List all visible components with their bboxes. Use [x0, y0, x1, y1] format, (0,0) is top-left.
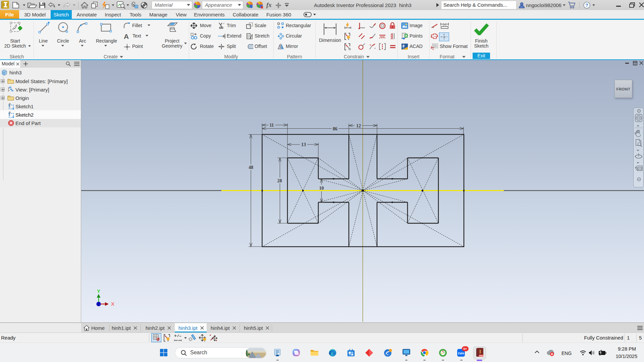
svg-text:12: 12	[356, 123, 361, 128]
svg-text:Zalo: Zalo	[458, 351, 465, 355]
svg-text:48: 48	[249, 165, 253, 170]
svg-text:Z: Z	[97, 302, 100, 307]
svg-text:28: 28	[277, 178, 282, 183]
svg-text:PRO: PRO	[479, 355, 484, 357]
svg-text:Y: Y	[97, 288, 100, 294]
svg-text:5+: 5+	[464, 347, 467, 351]
svg-text:13: 13	[301, 142, 306, 147]
svg-text:I: I	[479, 349, 481, 354]
svg-text:10: 10	[319, 186, 324, 191]
svg-text:?: ?	[586, 3, 588, 8]
svg-text:{x}: {x}	[443, 23, 446, 26]
svg-text:11: 11	[269, 123, 274, 128]
svg-text:86: 86	[333, 126, 337, 131]
svg-text:X: X	[111, 301, 114, 307]
